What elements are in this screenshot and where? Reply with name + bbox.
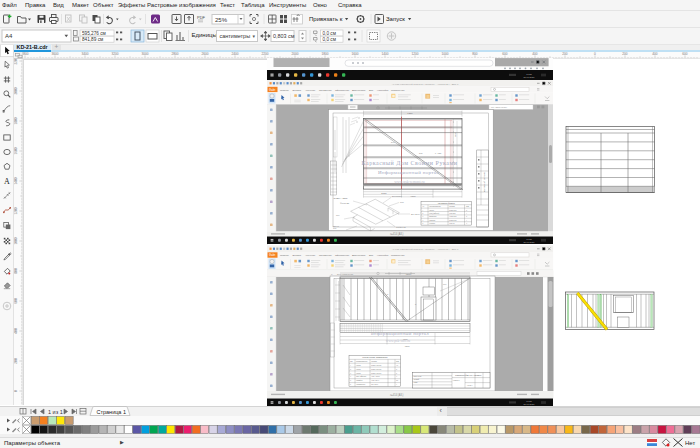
- svg-text:Приложения: Приложения: [391, 254, 405, 256]
- svg-text:800: 800: [14, 268, 18, 274]
- svg-text:Групповые детали: Групповые детали: [437, 202, 456, 204]
- svg-text:1: 1: [466, 212, 467, 214]
- svg-text:17:25: 17:25: [526, 238, 532, 240]
- svg-text:Без навигации: Без навигации: [337, 273, 354, 276]
- svg-text:4500: 4500: [405, 273, 411, 275]
- svg-text:3: 3: [350, 372, 351, 374]
- svg-text:Вставка: Вставка: [293, 89, 302, 91]
- svg-text:Управление: Управление: [319, 254, 332, 256]
- svg-text:Разраб.: Разраб.: [413, 378, 420, 380]
- svg-text:Список пилом. материалов: Список пилом. материалов: [362, 356, 387, 358]
- svg-text:3600: 3600: [51, 52, 58, 56]
- svg-text:www.psk-remont.ru: www.psk-remont.ru: [394, 180, 424, 184]
- svg-text:Черчение: Черчение: [305, 254, 316, 256]
- svg-text:Приложения: Приложения: [391, 89, 405, 91]
- svg-text:A4: A4: [5, 33, 13, 39]
- svg-text:1200: 1200: [411, 52, 418, 56]
- svg-text:0,0 см: 0,0 см: [323, 37, 336, 42]
- svg-text:200: 200: [622, 52, 628, 56]
- svg-text:2000: 2000: [291, 52, 298, 56]
- svg-text:4500: 4500: [404, 345, 410, 347]
- svg-text:Каркасный дом 5х8: Каркасный дом 5х8: [483, 171, 485, 192]
- svg-text:информационный портал: информационный портал: [371, 331, 429, 336]
- svg-text:600: 600: [502, 52, 508, 56]
- svg-text:Вставка: Вставка: [293, 254, 302, 256]
- svg-text:400: 400: [14, 328, 18, 334]
- svg-text:800: 800: [472, 52, 478, 56]
- svg-text:Запуск: Запуск: [386, 16, 405, 22]
- svg-text:4: 4: [422, 219, 423, 221]
- svg-text:4: 4: [350, 375, 351, 377]
- svg-text:2130: 2130: [381, 192, 387, 195]
- svg-text:1000: 1000: [441, 52, 448, 56]
- svg-text:www.psk-info.ru: www.psk-info.ru: [386, 339, 411, 343]
- svg-text:50х 50х2: 50х 50х2: [371, 383, 378, 385]
- svg-text:1: 1: [422, 209, 423, 211]
- svg-text:Лист 1: Лист 1: [466, 384, 473, 386]
- svg-text:3400: 3400: [81, 52, 88, 56]
- svg-text:3800: 3800: [21, 52, 28, 56]
- svg-text:6: 6: [350, 383, 351, 385]
- svg-text:2600: 2600: [201, 52, 208, 56]
- svg-text:Планка: Планка: [428, 222, 435, 224]
- svg-text:22: 22: [396, 379, 398, 381]
- svg-text:Стойка 1м: Стойка 1м: [396, 226, 406, 228]
- svg-text:5: 5: [422, 222, 423, 224]
- svg-text:2000: 2000: [14, 87, 18, 94]
- svg-text:1400: 1400: [14, 177, 18, 184]
- svg-text:Файл: Файл: [269, 88, 276, 92]
- svg-text:Полка: Полка: [428, 209, 434, 211]
- svg-text:Информационный портал: Информационный портал: [378, 170, 439, 175]
- svg-text:4: 4: [466, 222, 467, 224]
- svg-text:5: 5: [350, 379, 351, 381]
- svg-text:1000: 1000: [14, 237, 18, 244]
- svg-text:Диагностика: Диагностика: [352, 89, 366, 91]
- svg-text:2: 2: [466, 215, 467, 217]
- svg-text:2: 2: [350, 368, 351, 370]
- svg-text:2500х150х50: 2500х150х50: [371, 364, 381, 366]
- svg-text:1400: 1400: [381, 52, 388, 56]
- svg-text:26.06.2021: 26.06.2021: [524, 403, 536, 405]
- svg-text:Каркасный дом 5x8 "Часовня": Каркасный дом 5x8 "Часовня": [454, 374, 482, 376]
- svg-text:200: 200: [562, 52, 568, 56]
- svg-text:1800: 1800: [321, 52, 328, 56]
- svg-text:поз: поз: [350, 360, 353, 362]
- svg-text:Вид: Вид: [369, 89, 374, 91]
- svg-text:4: 4: [396, 375, 397, 377]
- svg-text:Черчение: Черчение: [305, 89, 316, 91]
- svg-text:2200: 2200: [14, 59, 18, 65]
- svg-text:№414 (А3.): №414 (А3.): [390, 232, 404, 236]
- svg-text:4500: 4500: [410, 195, 416, 198]
- svg-text:400: 400: [532, 52, 538, 56]
- svg-text:Настройка: Настройка: [377, 254, 389, 256]
- svg-text:Доска: Доска: [355, 372, 361, 374]
- svg-text:По умолчанию: По умолчанию: [491, 106, 507, 109]
- svg-text:26.06.2021: 26.06.2021: [524, 76, 536, 78]
- svg-text:1 из 1: 1 из 1: [48, 409, 63, 415]
- svg-text:17:25: 17:25: [526, 73, 532, 75]
- svg-text:Привязать к: Привязать к: [309, 16, 343, 22]
- svg-text:17:25: 17:25: [526, 400, 532, 402]
- svg-text:8: 8: [396, 368, 397, 370]
- svg-text:Главная: Главная: [280, 89, 289, 91]
- svg-text:1200: 1200: [14, 207, 18, 214]
- svg-text:0,803 см: 0,803 см: [273, 33, 295, 39]
- svg-text:Файл: Файл: [269, 253, 276, 257]
- svg-text:2500х560: 2500х560: [449, 209, 457, 211]
- svg-text:Настройка: Настройка: [377, 89, 389, 91]
- svg-text:2400: 2400: [231, 52, 238, 56]
- svg-text:12: 12: [396, 364, 398, 366]
- svg-text:1250х560: 1250х560: [449, 215, 457, 217]
- svg-text:СХЕМА ЧЕРТ.: СХЕМА ЧЕРТ.: [334, 197, 349, 199]
- svg-text:A: A: [4, 176, 10, 185]
- svg-text:450х560: 450х560: [449, 212, 456, 214]
- svg-text:Nr: Nr: [421, 205, 424, 207]
- svg-text:2800: 2800: [171, 52, 178, 56]
- svg-text:Стенка: Стенка: [429, 219, 435, 221]
- svg-text:Боковина: Боковина: [428, 215, 437, 217]
- svg-text:100х 100х6: 100х 100х6: [371, 375, 380, 377]
- svg-text:Диагностика: Диагностика: [352, 254, 366, 256]
- svg-text:Доска: Доска: [355, 368, 361, 370]
- svg-text:Стена 2: Стена 2: [453, 379, 460, 381]
- svg-text:Дет. Верх: Дет. Верх: [411, 213, 420, 215]
